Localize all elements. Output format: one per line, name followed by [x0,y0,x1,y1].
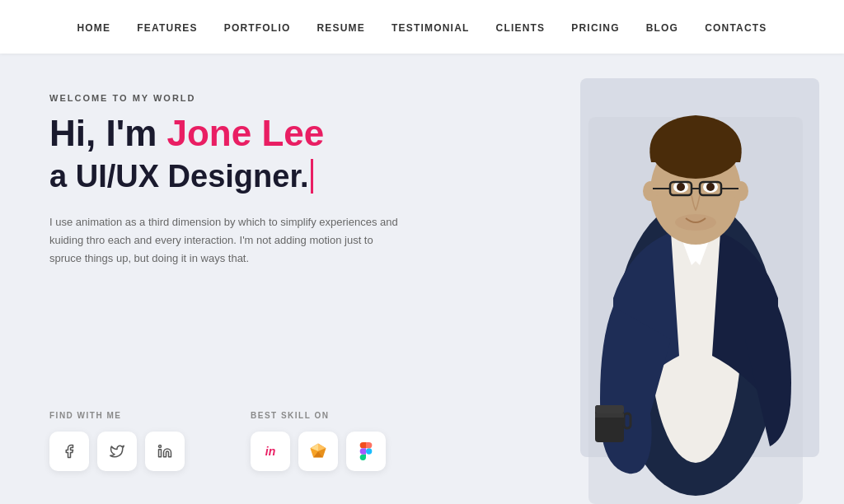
skill-icons-group: in [251,432,386,471]
svg-point-18 [706,183,715,191]
figma-icon-button[interactable] [346,432,386,471]
hero-title: Hi, I'm Jone Lee [49,113,481,155]
right-photo-area [523,54,844,504]
svg-point-0 [159,446,162,448]
nav-features[interactable]: FEATURES [137,22,197,34]
person-figure [564,84,828,504]
nav-links: HOME FEATURES PORTFOLIO RESUME TESTIMONI… [77,20,767,35]
best-skill-label: BEST SKILL ON [251,411,386,420]
cursor-blink [311,159,313,194]
left-content: WELCOME TO MY WORLD Hi, I'm Jone Lee a U… [0,54,523,504]
bottom-section: FIND WITH ME [49,411,481,471]
twitter-icon [110,444,124,459]
linkedin-icon-button[interactable] [145,432,185,471]
nav-clients[interactable]: CLIENTS [496,22,546,34]
hero-subtitle-black: a UI/UX Designer. [49,158,309,196]
hero-content: WELCOME TO MY WORLD Hi, I'm Jone Lee a U… [49,93,481,301]
hero-subtitle: a UI/UX Designer. [49,158,481,196]
nav-home[interactable]: HOME [77,22,110,34]
sketch-icon-button[interactable] [298,432,338,471]
find-with-me-section: FIND WITH ME [49,411,185,471]
best-skill-section: BEST SKILL ON in [251,411,386,471]
twitter-icon-button[interactable] [97,432,137,471]
figma-icon [359,442,373,460]
nav-portfolio[interactable]: PORTFOLIO [224,22,291,34]
greeting-text: Hi, I'm [49,113,166,153]
nav-resume[interactable]: RESUME [316,22,365,34]
invision-icon: in [265,445,275,458]
facebook-icon [62,444,77,459]
navbar: HOME FEATURES PORTFOLIO RESUME TESTIMONI… [0,0,844,54]
svg-point-16 [677,183,685,191]
hero-description: I use animation as a third dimension by … [49,213,404,268]
welcome-tag: WELCOME TO MY WORLD [49,93,481,103]
nav-pricing[interactable]: PRICING [571,22,619,34]
main-section: WELCOME TO MY WORLD Hi, I'm Jone Lee a U… [0,54,844,504]
hero-name: Jone Lee [166,113,324,153]
svg-rect-26 [595,405,624,413]
svg-point-14 [734,181,748,201]
person-illustration [564,84,828,504]
social-icons-group [49,432,185,471]
facebook-icon-button[interactable] [49,432,89,471]
find-with-me-label: FIND WITH ME [49,411,185,420]
nav-contacts[interactable]: CONTACTS [705,22,767,34]
svg-point-13 [643,181,658,201]
linkedin-icon [157,444,172,459]
invision-icon-button[interactable]: in [251,432,290,471]
svg-rect-28 [595,413,624,418]
sketch-icon [309,442,327,460]
nav-testimonial[interactable]: TESTIMONIAL [392,22,470,34]
nav-blog[interactable]: BLOG [646,22,678,34]
svg-point-24 [675,214,716,231]
